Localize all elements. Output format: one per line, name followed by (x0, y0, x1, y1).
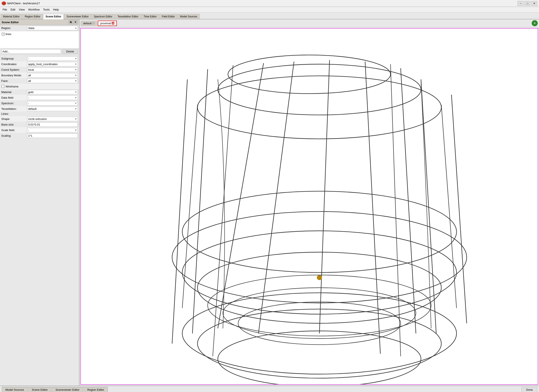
prop-label: Data field: (1, 96, 27, 99)
prop-select-material-[interactable]: gold (27, 90, 78, 94)
section-label-lines-: Lines: (0, 111, 79, 116)
prop-select-coordinates-[interactable]: apply_host_coordinates (27, 62, 78, 66)
menu-item-tools[interactable]: Tools (41, 8, 51, 12)
prop-select-coord-system-[interactable]: local (27, 68, 78, 72)
svg-line-13 (421, 79, 436, 333)
bottom-tab-scene-editor[interactable]: Scene Editor (28, 387, 51, 392)
prop-value: gold (27, 90, 78, 94)
viewport[interactable] (80, 28, 538, 385)
scene-editor-panel: Scene Editor ⧉ ✕ Region: /data lines (0, 19, 79, 386)
lines-checkbox[interactable] (2, 33, 5, 36)
prop-value: all (27, 79, 78, 83)
bottom-tab-sceneviewer-editor[interactable]: Sceneviewer Editor (52, 387, 83, 392)
prop-row-coordinates-: Coordinates:apply_host_coordinates (0, 61, 79, 67)
prop-label: Tessellation: (1, 107, 27, 111)
menubar: FileEditViewWorkflowToolsHelp (0, 7, 539, 12)
prop-select-scale-field-[interactable]: - (27, 128, 78, 132)
prop-value: - (27, 56, 78, 61)
viewer-tab-proximal[interactable]: proximal ■ (98, 21, 117, 26)
delete-button[interactable]: Delete (62, 49, 78, 54)
prop-select-tessellation-[interactable]: default (27, 106, 78, 111)
editor-tab-field-editor[interactable]: Field Editor (159, 14, 177, 19)
prop-select-data-field-[interactable]: - (27, 95, 78, 100)
editor-tabs: Material EditorRegion EditorScene Editor… (0, 12, 539, 19)
add-view-button[interactable]: + (532, 20, 538, 26)
editor-tab-scene-editor[interactable]: Scene Editor (43, 14, 64, 19)
prop-row-scale-field-: Scale field:- (0, 127, 79, 133)
prop-label: Material: (1, 91, 27, 94)
prop-row-subgroup-: Subgroup:- (0, 56, 79, 61)
editor-tab-model-sources[interactable]: Model Sources (178, 14, 200, 19)
prop-value (27, 133, 78, 138)
prop-label: Face: (1, 79, 27, 82)
menu-item-edit[interactable]: Edit (9, 8, 17, 12)
prop-row-spectrum-: Spectrum:- (0, 100, 79, 106)
svg-line-15 (452, 95, 467, 323)
svg-point-9 (218, 331, 421, 384)
properties-grid: Subgroup:-Coordinates:apply_host_coordin… (0, 55, 79, 386)
done-button[interactable]: Done (522, 387, 537, 392)
close-default-tab-button[interactable]: □ (92, 22, 95, 24)
restore-button[interactable]: □ (525, 1, 530, 6)
svg-line-17 (319, 60, 330, 334)
close-panel-button[interactable]: ✕ (73, 20, 77, 24)
add-btn-wrapper: Add... (1, 49, 61, 54)
restore-panel-button[interactable]: ⧉ (69, 20, 73, 24)
prop-label: Spectrum: (1, 102, 27, 105)
prop-label: Base size: (1, 123, 27, 126)
svg-point-20 (317, 275, 322, 280)
scene-editor-header: Scene Editor ⧉ ✕ (0, 19, 79, 25)
prop-value: local (27, 68, 78, 72)
menu-item-view[interactable]: View (17, 8, 26, 12)
list-item: lines (2, 32, 77, 36)
bottom-tab-region-editor[interactable]: Region Editor (84, 387, 108, 392)
bottom-tab-model-sources[interactable]: Model Sources (2, 387, 28, 392)
viewer-tab-default[interactable]: default □ (81, 21, 97, 26)
prop-label: Coord System: (1, 68, 27, 71)
app-logo (2, 1, 6, 6)
editor-tab-sceneviewer-editor[interactable]: Sceneviewer Editor (64, 14, 91, 19)
editor-tab-region-editor[interactable]: Region Editor (22, 14, 43, 19)
prop-input-base-size-[interactable] (27, 122, 78, 127)
region-label: Region: (1, 26, 27, 30)
app-title: MAPClient - testVersion17 (7, 2, 40, 5)
prop-value (27, 122, 78, 127)
add-dropdown[interactable]: Add... (1, 49, 61, 54)
prop-row-base-size-: Base size: (0, 122, 79, 127)
viewer-tab-default-label: default (83, 22, 91, 25)
menu-item-help[interactable]: Help (51, 8, 61, 12)
svg-line-10 (172, 79, 187, 344)
editor-tab-spectrum-editor[interactable]: Spectrum Editor (91, 14, 115, 19)
prop-row-coord-system-: Coord System:local (0, 67, 79, 73)
close-button[interactable]: ✕ (531, 1, 537, 6)
editor-tab-material-editor[interactable]: Material Editor (1, 14, 22, 19)
svg-line-11 (192, 69, 208, 333)
lines-list: lines (0, 31, 79, 48)
svg-point-1 (197, 76, 441, 139)
editor-tab-time-editor[interactable]: Time Editor (141, 14, 159, 19)
lines-label: lines (6, 33, 11, 36)
menu-item-workflow[interactable]: Workflow (26, 8, 41, 12)
prop-select-shape-[interactable]: circle extrusion (27, 117, 78, 121)
bottom-tabs: Model SourcesScene EditorSceneviewer Edi… (2, 387, 108, 392)
svg-line-22 (390, 64, 401, 356)
prop-label: Coordinates: (1, 63, 27, 66)
menu-item-file[interactable]: File (1, 8, 9, 12)
region-select[interactable]: /data (27, 26, 78, 30)
header-controls: ⧉ ✕ (69, 20, 77, 24)
prop-value: all (27, 73, 78, 77)
prop-row-wireframe: Wireframe (0, 84, 79, 89)
wireframe-checkbox[interactable] (1, 85, 4, 88)
prop-select-face-[interactable]: all (27, 79, 78, 83)
prop-input-scaling-[interactable] (27, 133, 78, 138)
minimize-button[interactable]: – (518, 1, 524, 6)
prop-row-face-: Face:all (0, 78, 79, 84)
prop-value: - (27, 101, 78, 106)
prop-select-boundary-mode-[interactable]: all (27, 73, 78, 77)
svg-point-2 (228, 55, 390, 94)
prop-select-spectrum-[interactable]: - (27, 101, 78, 106)
prop-select-subgroup-[interactable]: - (27, 56, 78, 61)
close-proximal-tab-button[interactable]: ■ (112, 22, 114, 24)
wireframe-label: Wireframe (6, 85, 19, 88)
editor-tab-tessellation-editor[interactable]: Tessellation Editor (115, 14, 141, 19)
